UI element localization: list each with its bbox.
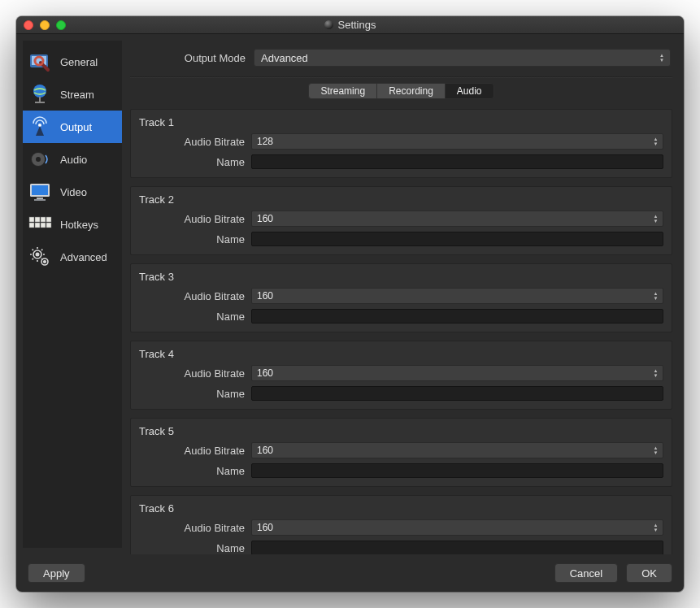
audio-bitrate-label: Audio Bitrate bbox=[139, 136, 245, 148]
audio-bitrate-value: 160 bbox=[257, 367, 273, 379]
track-name-label: Name bbox=[139, 388, 245, 400]
window-minimize-button[interactable] bbox=[40, 20, 50, 30]
svg-rect-11 bbox=[32, 185, 48, 195]
tab-streaming[interactable]: Streaming bbox=[308, 83, 377, 99]
audio-bitrate-label: Audio Bitrate bbox=[139, 522, 245, 534]
tab-recording[interactable]: Recording bbox=[376, 83, 446, 99]
antenna-icon bbox=[28, 115, 52, 139]
svg-rect-21 bbox=[46, 223, 51, 228]
cancel-button[interactable]: Cancel bbox=[554, 563, 618, 583]
sidebar-item-general[interactable]: General bbox=[23, 46, 122, 78]
monitor-icon bbox=[28, 180, 52, 204]
svg-rect-12 bbox=[37, 198, 43, 199]
audio-bitrate-value: 160 bbox=[257, 522, 273, 533]
svg-point-3 bbox=[33, 85, 46, 98]
svg-rect-4 bbox=[39, 97, 41, 102]
svg-rect-19 bbox=[35, 223, 40, 228]
output-mode-value: Advanced bbox=[261, 52, 308, 64]
track-name-label: Name bbox=[139, 233, 245, 245]
sidebar-item-video[interactable]: Video bbox=[23, 176, 122, 208]
track-title: Track 4 bbox=[139, 348, 663, 360]
audio-bitrate-select[interactable]: 160▲▼ bbox=[251, 442, 663, 458]
svg-rect-20 bbox=[41, 223, 46, 228]
chevron-up-down-icon: ▲▼ bbox=[657, 51, 667, 64]
svg-point-9 bbox=[36, 157, 41, 162]
track-name-input[interactable] bbox=[251, 386, 663, 401]
output-mode-select[interactable]: Advanced ▲▼ bbox=[254, 49, 671, 67]
track-name-input[interactable] bbox=[251, 463, 663, 478]
track-group: Track 6Audio Bitrate160▲▼Name bbox=[130, 495, 672, 554]
svg-rect-18 bbox=[29, 223, 34, 228]
track-name-label: Name bbox=[139, 311, 245, 323]
sidebar-item-audio[interactable]: Audio bbox=[23, 143, 122, 176]
track-name-input[interactable] bbox=[251, 541, 663, 554]
output-tabs: Streaming Recording Audio bbox=[130, 83, 672, 99]
app-icon bbox=[324, 20, 333, 29]
svg-rect-14 bbox=[29, 217, 34, 222]
svg-rect-16 bbox=[41, 217, 46, 222]
titlebar: Settings bbox=[16, 16, 684, 34]
window-maximize-button[interactable] bbox=[56, 20, 66, 30]
gears-icon bbox=[28, 245, 52, 269]
chevron-up-down-icon: ▲▼ bbox=[651, 290, 660, 302]
track-group: Track 2Audio Bitrate160▲▼Name bbox=[130, 186, 672, 255]
sidebar-item-hotkeys[interactable]: Hotkeys bbox=[23, 208, 122, 241]
track-title: Track 6 bbox=[139, 502, 663, 515]
track-name-label: Name bbox=[139, 542, 245, 554]
audio-bitrate-select[interactable]: 160▲▼ bbox=[251, 288, 663, 304]
wrench-icon bbox=[28, 50, 52, 74]
tab-audio[interactable]: Audio bbox=[445, 83, 494, 99]
audio-bitrate-select[interactable]: 160▲▼ bbox=[251, 519, 663, 536]
svg-rect-17 bbox=[46, 217, 51, 222]
audio-bitrate-value: 160 bbox=[257, 445, 273, 456]
sidebar-item-label: General bbox=[60, 56, 98, 68]
audio-bitrate-label: Audio Bitrate bbox=[139, 213, 245, 225]
keyboard-icon bbox=[28, 212, 52, 237]
sidebar-item-advanced[interactable]: Advanced bbox=[23, 241, 122, 273]
sidebar-item-label: Video bbox=[60, 186, 87, 198]
track-title: Track 2 bbox=[139, 193, 663, 206]
sidebar-item-stream[interactable]: Stream bbox=[23, 78, 122, 111]
audio-bitrate-label: Audio Bitrate bbox=[139, 290, 245, 302]
sidebar-item-label: Hotkeys bbox=[60, 219, 98, 231]
audio-bitrate-label: Audio Bitrate bbox=[139, 445, 245, 457]
sidebar-item-output[interactable]: Output bbox=[23, 111, 122, 143]
track-name-label: Name bbox=[139, 465, 245, 477]
audio-bitrate-select[interactable]: 160▲▼ bbox=[251, 211, 663, 227]
settings-sidebar: General Stream bbox=[16, 34, 122, 554]
window-title: Settings bbox=[338, 19, 376, 31]
chevron-up-down-icon: ▲▼ bbox=[651, 445, 660, 456]
sidebar-item-label: Stream bbox=[60, 89, 94, 101]
track-group: Track 5Audio Bitrate160▲▼Name bbox=[130, 418, 672, 487]
audio-bitrate-value: 160 bbox=[257, 213, 273, 224]
svg-rect-5 bbox=[35, 102, 45, 103]
track-title: Track 5 bbox=[139, 425, 663, 437]
track-group: Track 1Audio Bitrate128▲▼Name bbox=[130, 109, 672, 178]
track-name-input[interactable] bbox=[251, 232, 663, 246]
track-name-input[interactable] bbox=[251, 309, 663, 324]
output-mode-label: Output Mode bbox=[132, 52, 246, 64]
audio-bitrate-select[interactable]: 160▲▼ bbox=[251, 365, 663, 381]
track-name-input[interactable] bbox=[251, 154, 663, 169]
apply-button[interactable]: Apply bbox=[28, 563, 85, 583]
audio-bitrate-value: 160 bbox=[257, 290, 273, 302]
audio-bitrate-value: 128 bbox=[257, 136, 273, 147]
chevron-up-down-icon: ▲▼ bbox=[651, 367, 660, 379]
chevron-up-down-icon: ▲▼ bbox=[651, 136, 660, 147]
window-close-button[interactable] bbox=[24, 20, 33, 30]
sidebar-item-label: Advanced bbox=[60, 251, 107, 263]
dialog-footer: Apply Cancel OK bbox=[16, 554, 684, 592]
ok-button[interactable]: OK bbox=[626, 563, 672, 583]
audio-bitrate-select[interactable]: 128▲▼ bbox=[251, 133, 663, 150]
track-title: Track 3 bbox=[139, 271, 663, 283]
svg-point-23 bbox=[36, 253, 38, 255]
track-title: Track 1 bbox=[139, 116, 663, 128]
speaker-icon bbox=[28, 147, 52, 172]
settings-main: Output Mode Advanced ▲▼ Streaming Record… bbox=[122, 34, 684, 554]
divider bbox=[130, 76, 672, 78]
chevron-up-down-icon: ▲▼ bbox=[651, 522, 660, 533]
chevron-up-down-icon: ▲▼ bbox=[651, 213, 660, 224]
svg-rect-13 bbox=[34, 199, 46, 201]
track-group: Track 3Audio Bitrate160▲▼Name bbox=[130, 263, 672, 332]
audio-bitrate-label: Audio Bitrate bbox=[139, 367, 245, 380]
